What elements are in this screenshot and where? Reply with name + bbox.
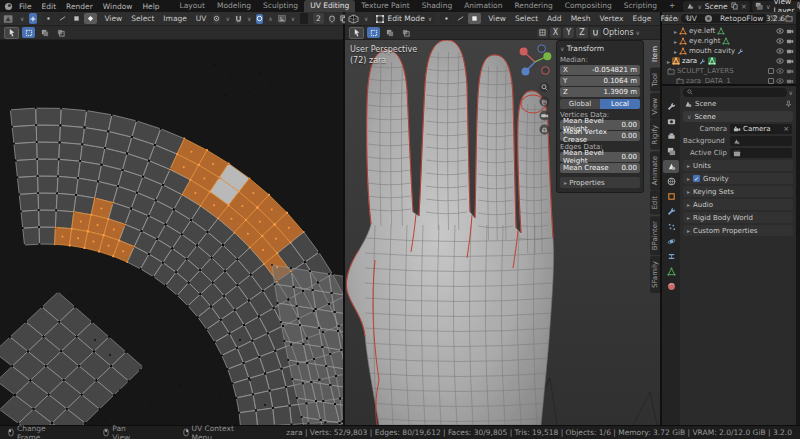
tab-modeling[interactable]: Modeling [211, 0, 257, 12]
mean-vertex-crease-field[interactable]: Mean Vertex Crease0.00 [560, 131, 640, 141]
properties-options-dropdown[interactable]: ∨ [789, 89, 793, 96]
zoom-icon[interactable] [539, 82, 550, 93]
navigation-gizmo[interactable] [516, 42, 554, 80]
editor-type-icon[interactable] [348, 14, 359, 24]
image-users-count[interactable]: 2 [313, 13, 324, 24]
sidebar-tab-animate[interactable]: Animate [650, 151, 660, 190]
pivot-point-dropdown[interactable] [213, 14, 220, 24]
particle-properties-tab[interactable] [663, 220, 679, 233]
uv-menu-view[interactable]: View [102, 14, 124, 23]
vp-menu-edge[interactable]: Edge [631, 14, 654, 23]
tab-shading[interactable]: Shading [416, 0, 458, 12]
menu-edit[interactable]: Edit [38, 2, 61, 11]
menu-help[interactable]: Help [138, 2, 163, 11]
falloff-icon[interactable]: ∧ [268, 15, 272, 22]
transform-panel-header[interactable]: ∨ Transform [560, 44, 640, 53]
hide-eye-icon[interactable] [776, 38, 784, 44]
global-button[interactable]: Global [560, 99, 600, 109]
uv-menu-image[interactable]: Image [161, 14, 189, 23]
outliner-row-zara-data-1[interactable]: zara_DATA_1 [662, 76, 796, 84]
scene-properties-tab[interactable] [663, 160, 679, 173]
outliner-row-zara[interactable]: ▸ zara [662, 56, 796, 66]
sidebar-tab-bpainter[interactable]: BPainter [650, 216, 660, 255]
scene-panel-header[interactable]: ∨Scene [683, 111, 793, 122]
tab-compositing[interactable]: Compositing [559, 0, 618, 12]
face-mode-button[interactable] [468, 13, 481, 24]
world-properties-tab[interactable] [663, 175, 679, 188]
uv-island-mode-button[interactable] [84, 13, 97, 24]
median-y-field[interactable]: Y0.1064 m [560, 76, 640, 86]
tool-tab[interactable] [663, 100, 679, 113]
active-clip-field[interactable] [730, 148, 792, 158]
uv-canvas[interactable] [0, 40, 343, 425]
close-icon[interactable]: × [741, 2, 747, 11]
sidebar-tab-sfamily[interactable]: SFamily [650, 256, 660, 293]
fake-user-shield-icon[interactable] [329, 14, 335, 24]
tab-texture-paint[interactable]: Texture Paint [355, 0, 415, 12]
units-panel[interactable]: ▸Units [683, 160, 793, 171]
sidebar-tab-edit[interactable]: Edit [650, 191, 660, 215]
select-subtract-mode-icon[interactable] [399, 27, 412, 38]
modifier-properties-tab[interactable] [663, 205, 679, 218]
mirror-x-toggle[interactable]: X [550, 27, 561, 38]
mode-selector[interactable]: Edit Mode ∨ [373, 13, 435, 24]
render-camera-icon[interactable] [786, 58, 794, 65]
render-camera-icon[interactable] [786, 68, 794, 75]
vp-menu-uv[interactable]: UV [684, 14, 699, 23]
hide-eye-icon[interactable] [776, 68, 784, 74]
select-extend-mode-icon[interactable] [38, 27, 51, 38]
snap-magnet-icon[interactable] [590, 28, 601, 38]
uv-menu-uv[interactable]: UV [194, 14, 209, 23]
properties-collapsed-panel[interactable]: ▸ Properties [560, 177, 640, 188]
select-extend-mode-icon[interactable] [383, 27, 396, 38]
copy-icon[interactable] [731, 2, 738, 10]
rigid-body-world-panel[interactable]: ▸Rigid Body World [683, 212, 793, 223]
image-browse-icon[interactable] [278, 14, 286, 24]
vertex-mode-button[interactable] [440, 13, 453, 24]
exclude-checkbox[interactable] [768, 68, 774, 74]
perspective-toggle-icon[interactable] [539, 124, 550, 135]
vp-menu-select[interactable]: Select [513, 14, 540, 23]
median-x-field[interactable]: X-0.054821 m [560, 65, 640, 75]
properties-search-input[interactable] [683, 88, 787, 97]
outliner-row-eye-left[interactable]: ▸ eye.left [662, 26, 796, 36]
uv-menu-select[interactable]: Select [129, 14, 156, 23]
snap-magnet-icon[interactable] [235, 14, 242, 24]
outliner-row-eye-right[interactable]: ▸ eye.right [662, 36, 796, 46]
edge-mode-button[interactable] [454, 13, 467, 24]
sidebar-tab-tool[interactable]: Tool [650, 68, 660, 92]
vp-menu-mesh[interactable]: Mesh [569, 14, 593, 23]
menu-render[interactable]: Render [62, 2, 97, 11]
blender-logo-icon[interactable] [4, 2, 13, 11]
outliner-row-mouth-cavity[interactable]: ▸ mouth cavity [662, 46, 796, 56]
uv-face-mode-button[interactable] [70, 13, 83, 24]
uv-vertex-mode-button[interactable] [42, 13, 55, 24]
tweak-tool-button[interactable] [4, 27, 19, 39]
vp-menu-face[interactable]: Face [658, 14, 679, 23]
clear-icon[interactable]: × [783, 125, 789, 133]
mean-crease-field[interactable]: Mean Crease0.00 [560, 163, 640, 173]
menu-file[interactable]: File [15, 2, 36, 11]
pan-hand-icon[interactable] [539, 96, 550, 107]
object-properties-tab[interactable] [663, 190, 679, 203]
gravity-checkbox[interactable]: ✓ [693, 175, 700, 182]
editor-type-icon[interactable] [3, 14, 15, 24]
keying-sets-panel[interactable]: ▸Keying Sets [683, 186, 793, 197]
camera-field[interactable]: Camera × [730, 124, 792, 134]
proportional-editing-toggle[interactable] [256, 14, 263, 24]
vp-menu-view[interactable]: View [486, 14, 508, 23]
outliner-row-sculpt-layers[interactable]: SCULPT_LAYERS [662, 66, 796, 76]
mirror-z-toggle[interactable]: Z [576, 27, 587, 38]
tweak-tool-button[interactable] [349, 27, 364, 39]
exclude-checkbox[interactable] [768, 78, 774, 84]
sidebar-tab-rigify[interactable]: Rigify [650, 120, 660, 150]
object-data-properties-tab[interactable] [663, 265, 679, 278]
tab-uv-editing[interactable]: UV Editing [304, 0, 355, 12]
render-camera-icon[interactable] [786, 48, 794, 55]
gravity-panel[interactable]: ▸✓Gravity [683, 173, 793, 184]
constraint-properties-tab[interactable] [663, 250, 679, 263]
physics-properties-tab[interactable] [663, 235, 679, 248]
pin-icon[interactable] [785, 100, 792, 108]
uv-sync-selection-toggle[interactable] [29, 13, 37, 24]
audio-panel[interactable]: ▸Audio [683, 199, 793, 210]
